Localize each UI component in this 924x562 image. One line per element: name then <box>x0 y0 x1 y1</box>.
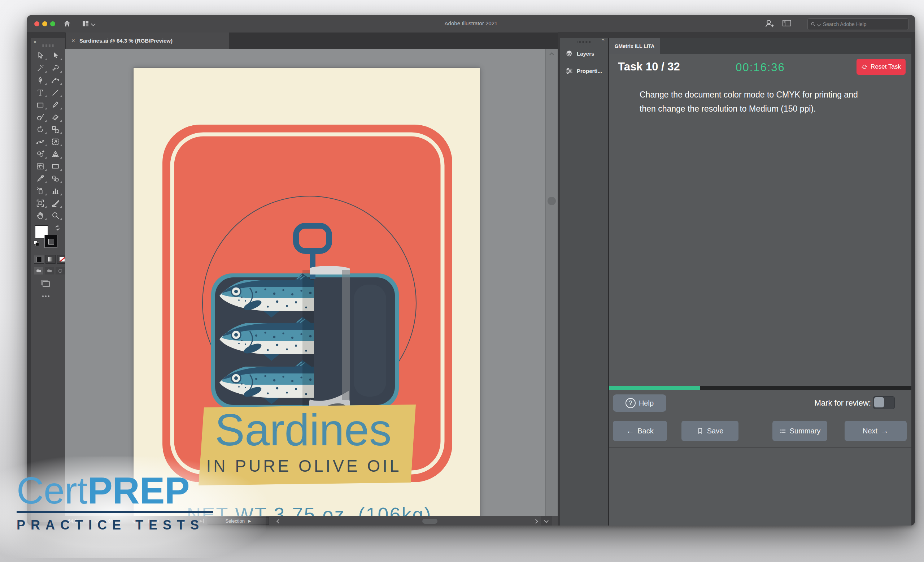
task-counter: Task 10 / 32 <box>618 60 680 73</box>
panel-button-layers[interactable]: Layers <box>560 46 608 61</box>
tool-pen[interactable] <box>33 74 48 86</box>
tool-zoom[interactable] <box>48 209 63 221</box>
pen-icon <box>36 76 45 85</box>
tool-blend[interactable] <box>48 172 63 185</box>
tool-mesh[interactable] <box>33 160 48 172</box>
tool-shape-builder[interactable] <box>33 148 48 160</box>
tool-symbol-sprayer[interactable] <box>33 185 48 197</box>
help-icon: ? <box>626 398 636 408</box>
scroll-down-button[interactable] <box>541 516 552 526</box>
draw-normal-button[interactable] <box>34 267 44 275</box>
next-artboard-icon[interactable]: ▶ <box>194 518 196 523</box>
tool-lasso[interactable] <box>48 62 63 74</box>
home-icon[interactable] <box>63 19 72 30</box>
tool-curvature[interactable] <box>48 74 63 86</box>
task-description: Change the document color mode to CMYK f… <box>640 88 889 116</box>
tool-type[interactable] <box>33 86 48 99</box>
scroll-right-icon[interactable] <box>534 519 538 524</box>
document-tabbar: × Sardines.ai @ 64.3 % (RGB/Preview) <box>65 33 558 49</box>
tool-column-graph[interactable] <box>48 185 63 197</box>
tool-direct-selection[interactable] <box>48 50 63 62</box>
tool-eyedropper[interactable] <box>33 172 48 185</box>
tool-hand[interactable] <box>33 209 48 221</box>
task-progress-bar <box>609 386 911 390</box>
shaper-icon <box>36 113 45 122</box>
task-timer: 00:16:36 <box>736 61 785 74</box>
tool-magic-wand[interactable] <box>33 62 48 74</box>
previous-artboard-icon[interactable]: ◀ <box>156 518 159 523</box>
gmetrix-tab[interactable]: GMetrix ILL LITA <box>609 38 660 54</box>
draw-behind-button[interactable] <box>45 267 54 275</box>
help-button[interactable]: ? Help <box>613 394 666 412</box>
search-scope-chevron-icon <box>817 22 821 26</box>
document-tab[interactable]: × Sardines.ai @ 64.3 % (RGB/Preview) <box>66 33 229 49</box>
canvas-pasteboard[interactable]: Sardines IN PURE OLIVE OIL NET WT 3.75 o… <box>65 49 558 516</box>
zoom-dropdown-icon[interactable] <box>95 518 100 523</box>
artboard-number-field[interactable]: 1 <box>167 518 169 524</box>
search-input[interactable] <box>822 21 905 27</box>
tool-perspective-grid[interactable] <box>48 148 63 160</box>
vertical-scrollbar[interactable] <box>545 49 558 516</box>
tool-line-segment[interactable] <box>48 86 63 99</box>
close-tab-icon[interactable]: × <box>72 37 75 44</box>
next-button[interactable]: Next → <box>844 421 907 441</box>
zoom-level[interactable]: 64.3% <box>68 518 81 524</box>
expand-panels-icon[interactable]: « <box>602 36 604 42</box>
last-artboard-icon[interactable]: ▶ <box>200 518 204 523</box>
minimize-window-button[interactable] <box>42 21 47 26</box>
perspective-grid-icon <box>51 150 60 159</box>
dock-grip[interactable] <box>578 41 591 43</box>
tool-selection[interactable] <box>33 50 48 62</box>
save-button[interactable]: Save <box>681 421 738 441</box>
screen-mode-button[interactable] <box>40 279 51 289</box>
close-window-button[interactable] <box>34 21 39 26</box>
summary-list-icon <box>779 427 786 434</box>
current-tool-indicator[interactable]: Selection ▶ <box>207 517 269 525</box>
color-mode-button[interactable] <box>34 255 44 264</box>
help-search-field[interactable] <box>807 18 909 30</box>
toolbar-grip[interactable] <box>42 44 54 47</box>
tool-rotate[interactable] <box>33 123 48 135</box>
tool-slice[interactable] <box>48 197 63 209</box>
tool-paintbrush[interactable] <box>48 99 63 111</box>
type-icon <box>36 88 45 97</box>
rotation-dropdown-icon[interactable] <box>132 518 137 523</box>
scroll-up-icon[interactable] <box>549 53 554 57</box>
tool-shaper[interactable] <box>33 111 48 123</box>
horizontal-scroll-thumb[interactable] <box>422 518 438 524</box>
rectangle-icon <box>36 101 45 110</box>
stroke-color-swatch[interactable] <box>44 235 57 248</box>
artboard-dropdown-icon[interactable] <box>181 518 186 523</box>
collapse-toolbar-icon[interactable]: « <box>34 39 36 44</box>
vertical-scroll-thumb[interactable] <box>548 197 556 205</box>
tool-rectangle[interactable] <box>33 99 48 111</box>
swap-fill-stroke-icon[interactable] <box>54 225 61 231</box>
paintbrush-icon <box>51 101 60 110</box>
gradient-icon <box>51 162 60 171</box>
reset-task-button[interactable]: Reset Task <box>856 59 906 75</box>
zoom-window-button[interactable] <box>50 21 55 26</box>
layers-icon <box>565 50 573 57</box>
tool-eraser[interactable] <box>48 111 63 123</box>
tool-width[interactable] <box>33 135 48 148</box>
arrange-documents-icon[interactable] <box>782 19 792 29</box>
first-artboard-icon[interactable]: ◀ <box>148 518 153 523</box>
user-account-icon[interactable] <box>764 18 774 30</box>
rotation-value[interactable]: 0° <box>108 518 112 524</box>
summary-button[interactable]: Summary <box>772 421 827 441</box>
artwork-net-weight: NET WT 3.75 oz. (106kg) <box>187 503 432 516</box>
mark-for-review-toggle[interactable] <box>873 396 895 409</box>
default-fill-stroke-icon[interactable] <box>34 240 39 246</box>
workspace-switcher[interactable] <box>82 20 95 27</box>
reset-icon <box>861 63 868 70</box>
back-button[interactable]: ← Back <box>613 421 667 441</box>
gradient-mode-button[interactable] <box>45 255 56 264</box>
draw-inside-button[interactable] <box>56 267 65 275</box>
tool-free-transform[interactable] <box>48 135 63 148</box>
edit-toolbar-dots-icon[interactable] <box>42 296 44 297</box>
tool-gradient[interactable] <box>48 160 63 172</box>
tool-artboard[interactable] <box>33 197 48 209</box>
panel-button-properties[interactable]: Properti... <box>560 63 608 78</box>
scroll-left-icon[interactable] <box>276 519 281 524</box>
tool-scale[interactable] <box>48 123 63 135</box>
